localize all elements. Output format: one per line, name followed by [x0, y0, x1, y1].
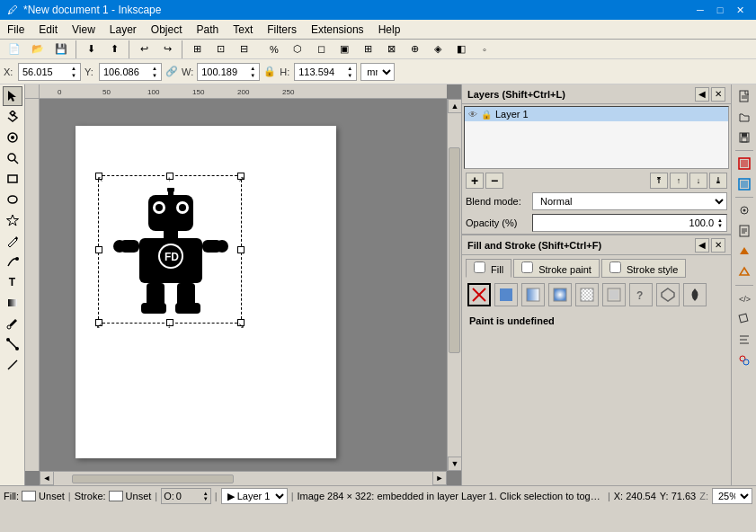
- layers-panel-collapse-btn[interactable]: ◀: [695, 87, 709, 102]
- scroll-up-btn[interactable]: ▲: [448, 99, 461, 113]
- menu-help[interactable]: Help: [371, 20, 408, 39]
- dropper-tool[interactable]: [3, 314, 22, 333]
- far-right-xml[interactable]: </>: [734, 288, 754, 308]
- rect-tool[interactable]: [3, 169, 22, 189]
- far-right-symbols[interactable]: [734, 350, 754, 370]
- pen-tool[interactable]: [3, 252, 22, 271]
- menu-view[interactable]: View: [65, 20, 102, 39]
- measure-tool[interactable]: [3, 355, 22, 375]
- minimize-button[interactable]: ─: [691, 1, 709, 19]
- handle-mr[interactable]: →: [237, 246, 245, 253]
- connector-tool[interactable]: [3, 334, 22, 354]
- handle-ml[interactable]: ←: [95, 246, 102, 253]
- vscroll-thumb[interactable]: [449, 147, 460, 353]
- lock-wh-icon[interactable]: 🔒: [263, 66, 276, 78]
- snap-page-btn[interactable]: ▣: [334, 40, 355, 59]
- handle-tl[interactable]: ↖: [95, 173, 102, 180]
- snap-corner-btn[interactable]: ◧: [450, 40, 472, 59]
- snap-guide-btn[interactable]: ⊠: [380, 40, 402, 59]
- canvas-inner[interactable]: ↖ ↑ ↗ ← →: [40, 99, 447, 471]
- close-button[interactable]: ✕: [731, 1, 749, 19]
- handle-br[interactable]: ↘: [237, 319, 245, 326]
- blend-mode-select[interactable]: Normal Multiply Screen Overlay: [532, 192, 727, 210]
- scroll-left-btn[interactable]: ◄: [40, 471, 54, 485]
- handle-bl[interactable]: ↙: [95, 319, 102, 326]
- paint-pattern-btn[interactable]: [575, 283, 599, 306]
- far-right-transform[interactable]: [734, 309, 754, 329]
- ellipse-tool[interactable]: [3, 190, 22, 209]
- fill-tab[interactable]: Fill: [466, 259, 511, 278]
- far-right-open[interactable]: [734, 107, 754, 127]
- snap-smooth-btn[interactable]: ◦: [474, 40, 495, 59]
- unit-select[interactable]: mm px in cm: [360, 63, 395, 81]
- open-btn[interactable]: 📂: [27, 40, 49, 59]
- remove-layer-btn[interactable]: −: [485, 173, 503, 189]
- paint-radial-btn[interactable]: [548, 283, 572, 306]
- import-btn[interactable]: ⬇: [80, 40, 102, 59]
- handle-tc[interactable]: ↑: [166, 173, 173, 180]
- maximize-button[interactable]: □: [711, 1, 729, 19]
- menu-text[interactable]: Text: [226, 20, 260, 39]
- zoom-tool[interactable]: [3, 148, 22, 168]
- stroke-style-tab[interactable]: Stroke style: [601, 259, 687, 278]
- opacity-input[interactable]: 100.0 ▲ ▼: [532, 214, 727, 232]
- far-right-new-doc[interactable]: [734, 86, 754, 106]
- far-right-fill[interactable]: [734, 242, 754, 262]
- opacity-value-status[interactable]: [176, 491, 201, 501]
- y-input[interactable]: 106.086 ▲▼: [99, 63, 162, 81]
- layer-1-row[interactable]: 👁 🔒 Layer 1: [465, 107, 728, 121]
- layer-to-top-btn[interactable]: ⤒: [650, 173, 668, 189]
- snap-center-btn[interactable]: ⊕: [404, 40, 425, 59]
- snap-midpoint-btn[interactable]: ◈: [427, 40, 449, 59]
- export-btn[interactable]: ⬆: [103, 40, 125, 59]
- handle-bc[interactable]: ↓: [166, 319, 173, 326]
- layers-panel-close-btn[interactable]: ✕: [711, 87, 725, 102]
- star-tool[interactable]: [3, 210, 22, 230]
- gradient-tool[interactable]: [3, 293, 22, 313]
- lock-icon[interactable]: 🔒: [481, 110, 492, 120]
- x-input[interactable]: 56.015 ▲▼: [18, 63, 81, 81]
- add-layer-btn[interactable]: +: [466, 173, 484, 189]
- paint-none-btn[interactable]: [467, 283, 491, 306]
- snap-global-btn[interactable]: %: [263, 40, 285, 59]
- eye-icon[interactable]: 👁: [468, 110, 477, 120]
- far-right-import[interactable]: [734, 154, 754, 173]
- fill-checkbox[interactable]: [474, 262, 485, 273]
- menu-file[interactable]: File: [0, 20, 31, 39]
- pencil-tool[interactable]: [3, 231, 22, 251]
- handle-tr[interactable]: ↗: [237, 173, 245, 180]
- fill-stroke-collapse-btn[interactable]: ◀: [695, 238, 709, 253]
- save-btn[interactable]: 💾: [50, 40, 72, 59]
- paint-swatch-btn[interactable]: [602, 283, 626, 306]
- redo-btn[interactable]: ↪: [156, 40, 178, 59]
- tweak-tool[interactable]: [3, 128, 22, 147]
- stroke-paint-tab[interactable]: Stroke paint: [513, 259, 600, 278]
- layer-down-btn[interactable]: ↓: [689, 173, 707, 189]
- paint-flat-btn[interactable]: [494, 283, 518, 306]
- node-tool[interactable]: [3, 107, 22, 127]
- select-tool[interactable]: [3, 86, 22, 106]
- scroll-down-btn[interactable]: ▼: [448, 457, 461, 471]
- zoom-sel-btn[interactable]: ⊡: [209, 40, 231, 59]
- far-right-export[interactable]: [734, 174, 754, 194]
- stroke-style-checkbox[interactable]: [609, 262, 621, 273]
- text-tool[interactable]: T: [3, 272, 22, 292]
- menu-object[interactable]: Object: [144, 20, 190, 39]
- w-input[interactable]: 100.189 ▲▼: [197, 63, 260, 81]
- fill-stroke-close-btn[interactable]: ✕: [711, 238, 725, 253]
- far-right-stroke[interactable]: [734, 262, 754, 282]
- menu-filters[interactable]: Filters: [260, 20, 304, 39]
- paint-linear-btn[interactable]: [521, 283, 545, 306]
- layer-to-bottom-btn[interactable]: ⤓: [709, 173, 727, 189]
- horizontal-scrollbar[interactable]: [54, 471, 432, 485]
- menu-extensions[interactable]: Extensions: [304, 20, 371, 39]
- paint-remove-btn[interactable]: [683, 283, 707, 306]
- vertical-scrollbar[interactable]: ▲ ▼: [447, 99, 461, 471]
- paint-unset-btn[interactable]: [656, 283, 680, 306]
- h-input[interactable]: 113.594 ▲▼: [294, 63, 357, 81]
- hscroll-thumb[interactable]: [72, 474, 234, 483]
- paint-unknown-btn[interactable]: ?: [629, 283, 653, 306]
- snap-bbox-btn[interactable]: ◻: [310, 40, 332, 59]
- zoom-draw-btn[interactable]: ⊟: [233, 40, 254, 59]
- menu-layer[interactable]: Layer: [102, 20, 144, 39]
